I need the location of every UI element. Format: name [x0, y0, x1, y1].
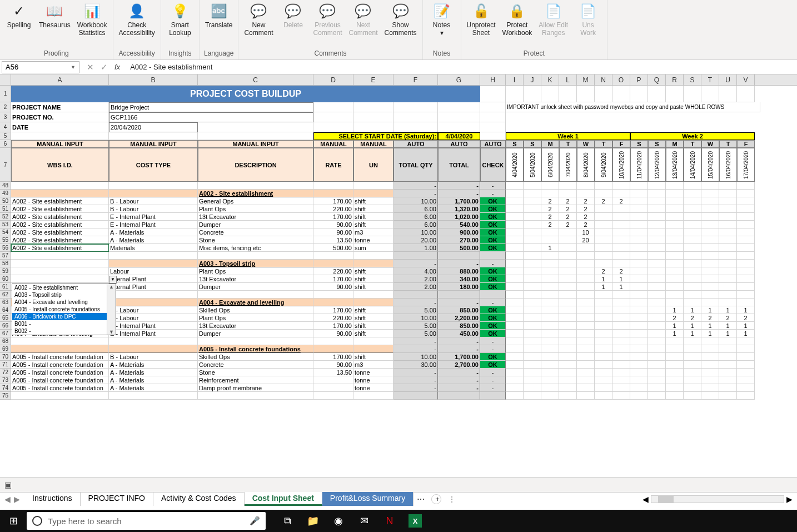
week-cell[interactable]	[577, 322, 595, 330]
wbs-cell[interactable]: A005 - Install concrete foundation	[11, 353, 109, 361]
week-cell[interactable]	[595, 291, 612, 299]
week-cell[interactable]	[630, 299, 648, 306]
week-cell[interactable]	[541, 353, 559, 361]
week-cell[interactable]	[684, 252, 701, 260]
unit-cell[interactable]: sum	[353, 244, 393, 252]
meta-label[interactable]: PROJECT NAME	[11, 102, 109, 112]
dropdown-item[interactable]: A002 - Site establishment	[12, 284, 116, 291]
row-header-65[interactable]: 65	[0, 314, 11, 322]
week-cell[interactable]	[595, 213, 612, 221]
week-cell[interactable]	[684, 369, 701, 376]
week-cell[interactable]	[612, 322, 630, 330]
week-cell[interactable]	[737, 353, 755, 361]
cell[interactable]	[313, 345, 353, 353]
week-cell[interactable]	[559, 392, 577, 400]
ribbon-next-comment-button[interactable]: 💬Next Comment	[345, 1, 381, 48]
qty-cell[interactable]: 1.00	[393, 244, 438, 252]
week-cell[interactable]: 2	[559, 197, 577, 205]
week-cell[interactable]	[630, 384, 648, 392]
meta-value[interactable]: Bridge Project	[109, 102, 313, 112]
cell[interactable]: -	[393, 190, 438, 197]
row-header-75[interactable]: 75	[0, 392, 11, 400]
horizontal-scrollbar[interactable]: ◀▶	[642, 495, 797, 504]
week-cell[interactable]: 2	[577, 205, 595, 213]
week-cell[interactable]	[541, 182, 559, 190]
week-cell[interactable]	[648, 244, 666, 252]
week-cell[interactable]	[612, 221, 630, 228]
week-cell[interactable]	[701, 213, 719, 221]
week-cell[interactable]	[737, 267, 755, 275]
desc-cell[interactable]: Stone	[198, 369, 313, 376]
chrome-icon[interactable]: ◉	[326, 510, 351, 532]
week-cell[interactable]	[559, 369, 577, 376]
week-cell[interactable]	[648, 306, 666, 314]
unit-cell[interactable]: shift	[353, 353, 393, 361]
row-header-63[interactable]: 63	[0, 299, 11, 306]
week-cell[interactable]: 1	[701, 330, 719, 337]
week-cell[interactable]	[559, 236, 577, 244]
qty-cell[interactable]: -	[393, 384, 438, 392]
week-cell[interactable]	[577, 260, 595, 267]
week-cell[interactable]	[701, 252, 719, 260]
desc-cell[interactable]: Concrete	[198, 361, 313, 369]
desc-cell[interactable]: Dumper	[198, 221, 313, 228]
cost-type-cell[interactable]: Materials	[109, 244, 198, 252]
qty-cell[interactable]	[393, 291, 438, 299]
week-cell[interactable]	[524, 228, 541, 236]
cell[interactable]	[313, 102, 353, 112]
netflix-icon[interactable]: N	[377, 510, 402, 532]
week-cell[interactable]	[684, 345, 701, 353]
date-header[interactable]: 17/04/2020	[737, 148, 755, 182]
unit-cell[interactable]: shift	[353, 213, 393, 221]
check-cell[interactable]: OK	[480, 267, 506, 275]
week-cell[interactable]	[524, 244, 541, 252]
date-header[interactable]: 5/04/2020	[524, 148, 541, 182]
section-header[interactable]: A002 - Site establishment	[198, 190, 313, 197]
week-cell[interactable]	[541, 361, 559, 369]
week-cell[interactable]	[524, 190, 541, 197]
week-cell[interactable]	[630, 283, 648, 291]
cell[interactable]	[313, 392, 353, 400]
week-cell[interactable]	[595, 299, 612, 306]
week-cell[interactable]	[648, 197, 666, 205]
week-cell[interactable]: 2	[612, 267, 630, 275]
week-cell[interactable]	[541, 322, 559, 330]
cost-type-cell[interactable]: B - Labour	[109, 353, 198, 361]
cell[interactable]	[480, 112, 506, 122]
week-cell[interactable]: 2	[684, 314, 701, 322]
date-header[interactable]: 13/04/2020	[666, 148, 684, 182]
week-cell[interactable]	[719, 345, 737, 353]
cell[interactable]	[438, 102, 480, 112]
week-cell[interactable]	[630, 213, 648, 221]
day-header[interactable]: W	[577, 140, 595, 148]
week-cell[interactable]: 1	[719, 322, 737, 330]
week-cell[interactable]: 2	[559, 221, 577, 228]
week-cell[interactable]	[648, 190, 666, 197]
cell[interactable]	[480, 86, 506, 102]
cell[interactable]: -	[480, 182, 506, 190]
total-cell[interactable]: 880.00	[438, 267, 480, 275]
week-cell[interactable]	[506, 353, 524, 361]
week-cell[interactable]	[737, 244, 755, 252]
rate-cell[interactable]	[313, 384, 353, 392]
col-header-U[interactable]: U	[719, 74, 737, 85]
week-cell[interactable]	[648, 283, 666, 291]
cell[interactable]	[648, 86, 666, 102]
week-cell[interactable]	[684, 236, 701, 244]
header7[interactable]: TOTAL QTY	[393, 148, 438, 182]
week-cell[interactable]	[577, 244, 595, 252]
row-header-3[interactable]: 3	[0, 112, 11, 122]
week-cell[interactable]	[684, 205, 701, 213]
week-cell[interactable]: 2	[719, 314, 737, 322]
week-cell[interactable]	[541, 376, 559, 384]
row-header-73[interactable]: 73	[0, 376, 11, 384]
rate-cell[interactable]: 13.50	[313, 236, 353, 244]
wbs-cell[interactable]: A005 - Install concrete foundation	[11, 361, 109, 369]
week-cell[interactable]	[737, 291, 755, 299]
header6[interactable]: AUTO	[393, 140, 438, 148]
week-cell[interactable]	[595, 384, 612, 392]
week-cell[interactable]	[648, 330, 666, 337]
week-cell[interactable]	[541, 275, 559, 283]
day-header[interactable]: T	[719, 140, 737, 148]
cell[interactable]	[313, 337, 353, 345]
